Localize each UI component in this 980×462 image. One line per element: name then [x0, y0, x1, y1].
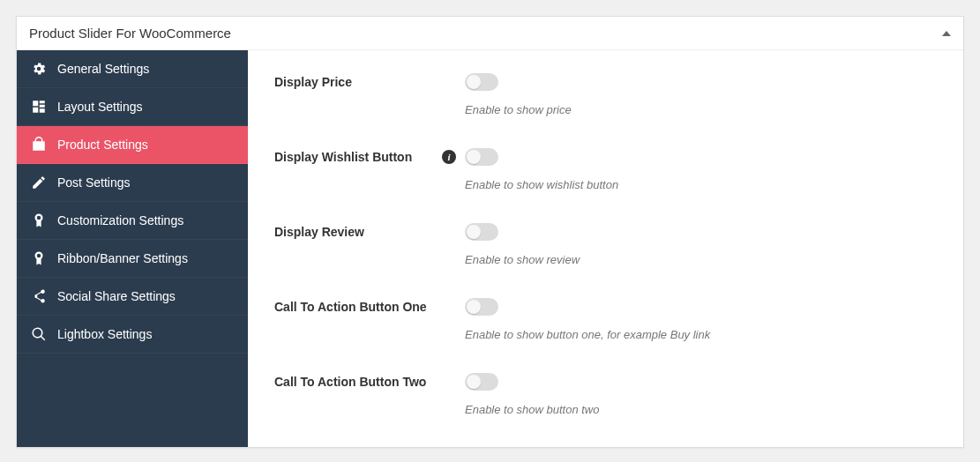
field-label-text: Display Review — [274, 225, 364, 239]
toggle-knob — [467, 375, 481, 389]
ribbon-badge-icon — [31, 212, 47, 228]
gear-icon — [31, 61, 47, 77]
field-label-text: Call To Action Button One — [274, 300, 427, 314]
collapse-caret-icon[interactable] — [942, 31, 951, 36]
sidebar-item-label: Post Settings — [57, 175, 131, 190]
sidebar-item-label: Layout Settings — [57, 100, 143, 114]
sidebar-item-lightbox-settings[interactable]: Lightbox Settings — [17, 316, 248, 354]
info-icon[interactable]: i — [442, 150, 456, 164]
panel-body: General Settings Layout Settings Product… — [17, 50, 963, 447]
field-cta-button-one: Call To Action Button One Enable to show… — [274, 298, 937, 341]
field-label: Call To Action Button Two — [274, 373, 465, 389]
sidebar-item-customization-settings[interactable]: Customization Settings — [17, 202, 248, 240]
edit-post-icon — [31, 175, 47, 190]
toggle-display-price[interactable] — [465, 73, 498, 91]
sidebar-item-layout-settings[interactable]: Layout Settings — [17, 88, 248, 126]
sidebar-item-label: Ribbon/Banner Settings — [57, 251, 188, 265]
field-display-wishlist-button: Display Wishlist Button i Enable to show… — [274, 148, 937, 191]
field-label: Call To Action Button One — [274, 298, 465, 314]
award-icon — [31, 250, 47, 266]
field-display-price: Display Price Enable to show price — [274, 73, 937, 116]
layout-grid-icon — [31, 99, 47, 115]
panel-header[interactable]: Product Slider For WooCommerce — [17, 17, 963, 50]
search-icon — [31, 326, 47, 342]
toggle-knob — [467, 225, 481, 239]
settings-sidebar: General Settings Layout Settings Product… — [17, 50, 248, 447]
field-description: Enable to show review — [465, 253, 937, 266]
field-label: Display Price — [274, 73, 465, 89]
share-icon — [31, 288, 47, 304]
toggle-display-review[interactable] — [465, 223, 498, 241]
settings-panel: Product Slider For WooCommerce General S… — [16, 16, 964, 448]
field-display-review: Display Review Enable to show review — [274, 223, 937, 266]
field-control: Enable to show button one, for example B… — [465, 298, 937, 341]
field-label: Display Review — [274, 223, 465, 239]
sidebar-item-label: Social Share Settings — [57, 289, 176, 303]
field-label-text: Call To Action Button Two — [274, 375, 426, 389]
sidebar-item-social-share-settings[interactable]: Social Share Settings — [17, 278, 248, 316]
field-cta-button-two: Call To Action Button Two Enable to show… — [274, 373, 937, 416]
field-label-text: Display Price — [274, 75, 352, 89]
toggle-knob — [467, 150, 481, 164]
sidebar-item-label: General Settings — [57, 62, 149, 76]
field-description: Enable to show price — [465, 103, 937, 116]
sidebar-item-ribbon-banner-settings[interactable]: Ribbon/Banner Settings — [17, 240, 248, 278]
toggle-cta-button-two[interactable] — [465, 373, 498, 391]
sidebar-item-label: Product Settings — [57, 138, 148, 152]
toggle-knob — [467, 75, 481, 89]
panel-title: Product Slider For WooCommerce — [29, 26, 231, 41]
shopping-bag-icon — [31, 137, 47, 153]
settings-content: Display Price Enable to show price Displ… — [248, 50, 963, 447]
sidebar-item-general-settings[interactable]: General Settings — [17, 50, 248, 88]
field-control: Enable to show review — [465, 223, 937, 266]
field-description: Enable to show button two — [465, 403, 937, 416]
field-control: Enable to show button two — [465, 373, 937, 416]
sidebar-item-product-settings[interactable]: Product Settings — [17, 126, 248, 164]
field-description: Enable to show wishlist button — [465, 178, 937, 191]
sidebar-item-label: Customization Settings — [57, 213, 183, 227]
toggle-knob — [467, 300, 481, 314]
field-control: Enable to show wishlist button — [465, 148, 937, 191]
toggle-cta-button-one[interactable] — [465, 298, 498, 316]
field-control: Enable to show price — [465, 73, 937, 116]
toggle-display-wishlist-button[interactable] — [465, 148, 498, 166]
sidebar-item-label: Lightbox Settings — [57, 327, 152, 341]
sidebar-item-post-settings[interactable]: Post Settings — [17, 164, 248, 202]
field-label-text: Display Wishlist Button — [274, 150, 412, 164]
field-description: Enable to show button one, for example B… — [465, 328, 937, 341]
field-label: Display Wishlist Button i — [274, 148, 465, 164]
